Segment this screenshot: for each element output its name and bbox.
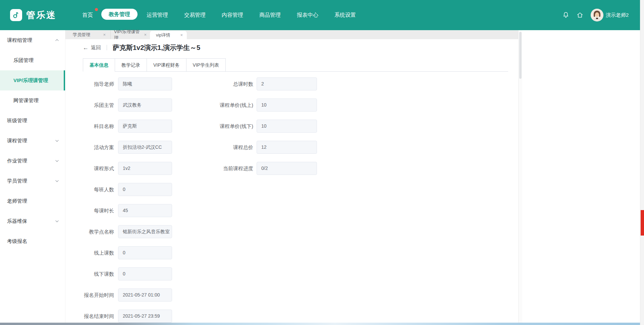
nav-item-reports[interactable]: 报表中心: [297, 0, 318, 30]
page-content: ← 返回 萨克斯1v2演示1,演示学生～5 基本信息 教学记录 VIP课程财务 …: [65, 39, 518, 323]
nav-item-operations[interactable]: 运营管理: [147, 0, 168, 30]
tab-vip-finance[interactable]: VIP课程财务: [147, 58, 186, 72]
sidebar-item-label: 课程组管理: [7, 37, 32, 44]
nav-item-academic-active[interactable]: 教务管理: [101, 9, 138, 20]
field-label: 线上课数: [74, 246, 114, 259]
back-button[interactable]: ← 返回: [83, 45, 101, 51]
app-logo[interactable]: [10, 9, 22, 21]
form-input[interactable]: 12: [257, 141, 317, 154]
home-icon[interactable]: [576, 11, 584, 19]
form-input[interactable]: 2021-05-27 01:00: [118, 288, 172, 302]
field-label: 课程单价(线上): [206, 99, 253, 112]
sidebar-item-class-mgmt[interactable]: 班级管理: [0, 111, 65, 131]
field-label: 总课时数: [206, 77, 253, 90]
form-input[interactable]: 45: [118, 204, 172, 217]
sidebar-item-instrument-maintenance[interactable]: 乐器维保: [0, 211, 65, 231]
form-row: 当前课程进度 0/2: [206, 162, 340, 175]
field-label: 活动方案: [74, 141, 114, 154]
chevron-down-icon: [55, 179, 59, 183]
form-input[interactable]: 0: [118, 267, 172, 280]
field-label: 课程总价: [206, 141, 253, 154]
window-scrollbar-track[interactable]: [640, 0, 644, 325]
sidebar-item-label: 网管课管理: [13, 97, 39, 104]
form-input[interactable]: 0: [118, 183, 172, 196]
form-input[interactable]: 折扣活动2-武汉CC: [118, 141, 172, 154]
chevron-down-icon: [55, 139, 59, 143]
form-input[interactable]: 萨克斯: [118, 120, 172, 133]
form-input[interactable]: 2: [257, 77, 317, 90]
nav-item-trade[interactable]: 交易管理: [184, 0, 206, 30]
sidebar-item-label: 课程管理: [7, 138, 27, 144]
form-row: 线下课数 0: [74, 267, 201, 280]
content-scrollbar-thumb[interactable]: [519, 32, 522, 79]
worktab-student-mgmt[interactable]: 学员管理 ×: [65, 30, 111, 39]
sidebar-item-label: 班级管理: [7, 118, 27, 124]
field-label: 每课时长: [74, 204, 114, 217]
form-row: 线上课数 0: [74, 246, 201, 259]
form-row: 科目名称 萨克斯: [74, 120, 201, 133]
tab-vip-students[interactable]: VIP学生列表: [186, 58, 226, 72]
brand-name: 管乐迷: [26, 9, 56, 21]
field-label: 报名结束时间: [74, 310, 114, 323]
close-icon[interactable]: ×: [180, 32, 183, 38]
sidebar-item-exam-signup[interactable]: 考级报名: [0, 231, 65, 251]
form-row: 乐团主管 武汉教务: [74, 99, 201, 112]
field-label: 科目名称: [74, 120, 114, 133]
sidebar-item-homework[interactable]: 作业管理: [0, 151, 65, 171]
tab-basic-info[interactable]: 基本信息: [83, 58, 115, 72]
sidebar-item-vip-theory[interactable]: VIP/乐理课管理: [0, 70, 65, 90]
nav-item-goods[interactable]: 商品管理: [259, 0, 281, 30]
sidebar-item-label: 乐团管理: [13, 57, 34, 64]
worktab-vip-detail[interactable]: vip详情 ×: [150, 31, 187, 39]
chevron-down-icon: [55, 159, 59, 163]
sidebar-item-label: 作业管理: [7, 158, 27, 164]
sidebar-item-online-class[interactable]: 网管课管理: [0, 90, 65, 111]
nav-item-content[interactable]: 内容管理: [222, 0, 243, 30]
worktab-label: 学员管理: [73, 32, 90, 38]
worktab-vip-theory-mgmt[interactable]: VIP/乐理课管理 ×: [111, 30, 150, 39]
form-row: 课程单价(线上) 10: [206, 99, 340, 112]
field-label: 课程单价(线下): [206, 120, 253, 133]
sidebar-item-label: VIP/乐理课管理: [13, 77, 48, 84]
field-label: 报名开始时间: [74, 288, 114, 302]
divider: [107, 45, 107, 50]
close-icon[interactable]: ×: [144, 32, 147, 37]
sidebar-item-orchestra[interactable]: 乐团管理: [0, 50, 65, 70]
form-column-left: 指导老师 陈曦 乐团主管 武汉教务 科目名称 萨克斯 活动方案 折扣活动2-武汉…: [74, 77, 201, 325]
field-label: 乐团主管: [74, 99, 114, 112]
user-name[interactable]: 演示老师2: [606, 0, 629, 30]
nav-item-settings[interactable]: 系统设置: [334, 0, 356, 30]
detail-tabs: 基本信息 教学记录 VIP课程财务 VIP学生列表: [83, 58, 508, 72]
sidebar-item-course-mgmt[interactable]: 课程管理: [0, 131, 65, 151]
avatar[interactable]: [591, 9, 603, 21]
chevron-up-icon: [55, 38, 59, 42]
form-row: 活动方案 折扣活动2-武汉CC: [74, 141, 201, 154]
form-input[interactable]: 陈曦: [118, 77, 172, 90]
window-scrollbar-red-marker[interactable]: [641, 210, 644, 236]
field-label: 教学点名称: [74, 225, 114, 238]
form-row: 课程总价 12: [206, 141, 340, 154]
sidebar-item-teachers[interactable]: 老师管理: [0, 191, 65, 211]
content-scrollbar-track[interactable]: [518, 30, 522, 323]
worktab-label: vip详情: [156, 32, 170, 38]
nav-item-home[interactable]: 首页: [82, 0, 93, 30]
avatar-illustration: [591, 9, 603, 21]
back-arrow-icon: ←: [83, 45, 89, 51]
app-header: 管乐迷 首页 教务管理 运营管理 交易管理 内容管理 商品管理 报表中心 系统设…: [0, 0, 644, 30]
sidebar-item-course-group[interactable]: 课程组管理: [0, 30, 65, 50]
form-input[interactable]: 2021-05-27 23:59: [118, 310, 172, 323]
form-input[interactable]: 武汉教务: [118, 99, 172, 112]
form-input[interactable]: 1v2: [118, 162, 172, 175]
tab-teaching-records[interactable]: 教学记录: [115, 58, 147, 72]
bell-icon[interactable]: [562, 11, 570, 19]
form-row: 报名结束时间 2021-05-27 23:59: [74, 310, 201, 323]
form-input[interactable]: 0: [118, 246, 172, 259]
notification-dot: [95, 8, 98, 11]
form-input[interactable]: 0/2: [257, 162, 317, 175]
close-icon[interactable]: ×: [103, 32, 106, 37]
sidebar-item-students[interactable]: 学员管理: [0, 171, 65, 191]
form-input[interactable]: 铭新街乐之风音乐教室: [118, 225, 172, 238]
form-input[interactable]: 10: [257, 99, 317, 112]
field-label: 当前课程进度: [206, 162, 253, 175]
form-input[interactable]: 10: [257, 120, 317, 133]
